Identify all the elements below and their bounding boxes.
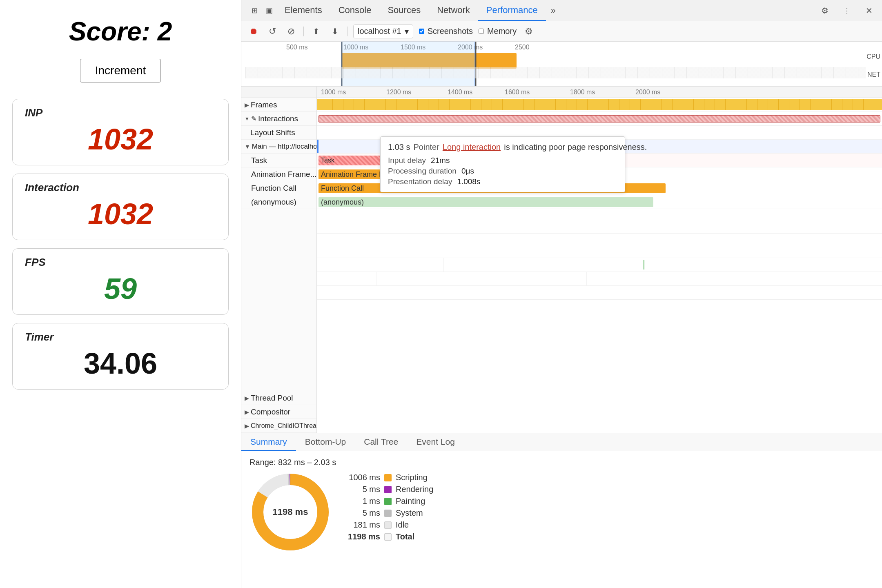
interaction-highlight[interactable]: [318, 115, 880, 122]
func-label: Function Call: [251, 184, 296, 193]
more-tabs-icon[interactable]: »: [546, 3, 561, 18]
tab-elements[interactable]: Elements: [276, 0, 330, 21]
flame-label-func: Function Call: [241, 181, 316, 195]
bottom-tab-summary[interactable]: Summary: [241, 433, 296, 451]
donut-chart: 1198 ms: [249, 471, 331, 553]
threadpool-label: Thread Pool: [251, 394, 293, 403]
flame-rows[interactable]: 1.03 s Pointer Long interaction is indic…: [317, 98, 882, 433]
interactions-label: ✎ Interactions: [251, 114, 298, 123]
processing-val: 0μs: [461, 167, 474, 176]
legend-dot-idle: [384, 521, 392, 529]
flame-left-labels: ▶ Frames ▼ ✎ Interactions Layout Shifts …: [241, 87, 317, 433]
tooltip-processing: Processing duration 0μs: [388, 167, 617, 176]
flame-label-main[interactable]: ▼ Main — http://localhost:51...: [241, 140, 316, 154]
thread-mark: [644, 260, 644, 270]
anonymous-block[interactable]: (anonymous): [318, 197, 653, 207]
tab-sources[interactable]: Sources: [379, 0, 429, 21]
upload-icon[interactable]: ⬆: [310, 25, 323, 38]
bottom-tab-calltree[interactable]: Call Tree: [355, 433, 407, 451]
increment-button[interactable]: Increment: [80, 59, 161, 82]
more-options-icon[interactable]: ⋮: [840, 3, 854, 18]
ruler-1000: 1000 ms: [343, 44, 368, 51]
close-icon[interactable]: ✕: [862, 3, 876, 18]
ruler-500: 500 ms: [286, 44, 307, 51]
ruler-2500: 2500: [515, 44, 530, 51]
row-compositor: [317, 272, 882, 286]
vline-1: [443, 258, 444, 272]
tooltip-input-delay: Input delay 21ms: [388, 156, 617, 165]
flame-label-childio[interactable]: ▶ Chrome_ChildIOThread: [241, 419, 316, 433]
summary-main: 1198 ms 1006 ms Scripting 5 ms Rendering: [249, 471, 874, 581]
legend-scripting: 1006 ms Scripting: [347, 473, 433, 482]
metric-label-timer: Timer: [25, 331, 216, 343]
main-label: Main — http://localhost:51...: [252, 143, 316, 151]
bottom-tab-eventlog[interactable]: Event Log: [407, 433, 464, 451]
selection-bar: [317, 140, 318, 153]
task-label-text: Task: [321, 157, 334, 164]
download-icon[interactable]: ⬇: [328, 25, 341, 38]
record-icon[interactable]: ⏺: [247, 25, 260, 38]
reload-icon[interactable]: ↺: [266, 25, 279, 38]
screenshot-strip: [245, 67, 866, 78]
undock-icon[interactable]: ⊞: [247, 3, 262, 18]
net-label: NET: [867, 71, 880, 78]
metric-label-interaction: Interaction: [25, 181, 216, 194]
metric-card-inp: INP 1032: [12, 99, 229, 165]
flame-chart[interactable]: 1000 ms 1200 ms 1400 ms 1600 ms 1800 ms …: [317, 87, 882, 433]
bottom-content: Range: 832 ms – 2.03 s: [241, 451, 882, 588]
row-anonymous[interactable]: (anonymous): [317, 195, 882, 209]
memory-checkbox[interactable]: [479, 29, 484, 34]
legend-dot-scripting: [384, 474, 392, 481]
metric-label-fps: FPS: [25, 256, 216, 269]
left-panel: Score: 2 Increment INP 1032 Interaction …: [0, 0, 241, 588]
compositor-label: Compositor: [251, 408, 290, 416]
interaction-tooltip: 1.03 s Pointer Long interaction is indic…: [380, 136, 625, 192]
legend-name-idle: Idle: [396, 520, 409, 530]
flame-label-frames[interactable]: ▶ Frames: [241, 98, 316, 112]
screenshots-checkbox[interactable]: [419, 29, 424, 34]
metric-value-inp: 1032: [25, 122, 216, 156]
devtools-topbar: ⊞ ▣ Elements Console Sources Network Per…: [241, 0, 882, 21]
legend-system: 5 ms System: [347, 508, 433, 518]
flame-label-compositor[interactable]: ▶ Compositor: [241, 405, 316, 419]
row-interactions[interactable]: 1.03 s Pointer Long interaction is indic…: [317, 112, 882, 126]
mark-1200: 1200 ms: [386, 89, 411, 96]
vline-3: [586, 272, 587, 285]
tooltip-link[interactable]: Long interaction: [443, 143, 501, 152]
childio-label: Chrome_ChildIOThread: [251, 422, 316, 430]
flame-label-anim: Animation Frame...: [241, 167, 316, 181]
presentation-val: 1.008s: [457, 177, 480, 186]
function-label-text: Function Call: [321, 184, 364, 193]
bottom-panel: Summary Bottom-Up Call Tree Event Log Ra…: [241, 433, 882, 588]
metric-card-timer: Timer 34.06: [12, 323, 229, 390]
metric-value-timer: 34.06: [25, 347, 216, 380]
legend-name-scripting: Scripting: [396, 473, 428, 482]
tab-performance[interactable]: Performance: [478, 0, 546, 21]
flame-label-interactions[interactable]: ▼ ✎ Interactions: [241, 112, 316, 126]
frames-label: Frames: [251, 100, 277, 109]
dock-icon[interactable]: ▣: [262, 3, 276, 18]
input-delay-val: 21ms: [431, 156, 450, 165]
bottom-tab-bottomup[interactable]: Bottom-Up: [296, 433, 355, 451]
ruler-spacer: [241, 87, 316, 98]
settings-icon[interactable]: ⚙: [817, 3, 832, 18]
selection-start: [341, 42, 343, 86]
legend-rendering: 5 ms Rendering: [347, 485, 433, 494]
clear-icon[interactable]: ⊘: [285, 25, 298, 38]
mark-1600: 1600 ms: [505, 89, 530, 96]
tab-console[interactable]: Console: [330, 0, 380, 21]
capture-settings-icon[interactable]: ⚙: [522, 25, 535, 38]
url-label: localhost #1: [358, 27, 401, 36]
flame-label-layout[interactable]: Layout Shifts: [241, 126, 316, 140]
tooltip-message: is indicating poor page responsiveness.: [504, 143, 647, 152]
timeline-overview[interactable]: 500 ms 1000 ms 1500 ms 2000 ms 2500 CPU …: [241, 42, 882, 87]
flame-label-spacer: [241, 209, 316, 391]
memory-label: Memory: [487, 27, 517, 36]
row-frames: [317, 98, 882, 112]
devtools-toolbar: ⏺ ↺ ⊘ ⬆ ⬇ localhost #1 ▾ Screenshots Mem…: [241, 21, 882, 42]
mark-1400: 1400 ms: [448, 89, 472, 96]
flame-label-threadpool[interactable]: ▶ Thread Pool: [241, 391, 316, 405]
tab-network[interactable]: Network: [429, 0, 478, 21]
url-select[interactable]: localhost #1 ▾: [353, 24, 413, 38]
cpu-label: CPU: [866, 53, 880, 60]
